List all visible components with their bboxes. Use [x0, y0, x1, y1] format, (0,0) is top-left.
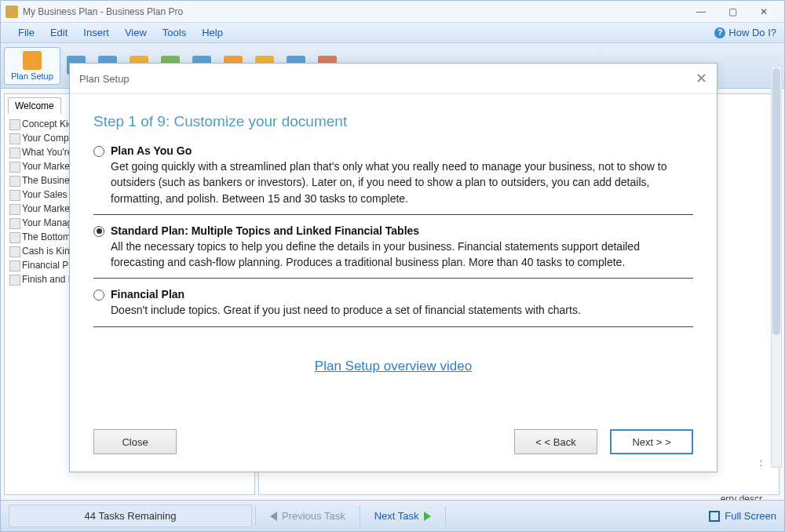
back-button[interactable]: < < Back — [514, 429, 597, 454]
scrollbar[interactable] — [771, 66, 782, 468]
option-plan-as-you-go[interactable]: Plan As You Go Get going quickly with a … — [93, 144, 693, 215]
radio-icon[interactable] — [93, 290, 104, 301]
dialog-body: Step 1 of 9: Customize your document Pla… — [70, 94, 717, 418]
dialog-title: Plan Setup — [79, 73, 130, 85]
full-screen-button[interactable]: Full Screen — [709, 510, 776, 522]
dialog-footer: Close < < Back Next > > — [70, 418, 717, 472]
plan-setup-icon — [23, 51, 42, 70]
close-button[interactable]: Close — [93, 429, 177, 454]
close-window-button[interactable]: ✕ — [748, 3, 780, 20]
radio-icon[interactable] — [93, 146, 104, 157]
scrollbar-thumb[interactable] — [772, 68, 780, 335]
tab-welcome[interactable]: Welcome — [8, 97, 61, 114]
window-title: My Business Plan - Business Plan Pro — [23, 6, 183, 17]
option-standard-plan[interactable]: Standard Plan: Multiple Topics and Linke… — [93, 224, 693, 279]
overview-video-link[interactable]: Plan Setup overview video — [315, 359, 472, 373]
plan-setup-dialog: Plan Setup ✕ Step 1 of 9: Customize your… — [69, 63, 717, 472]
dialog-close-button[interactable]: ✕ — [696, 70, 707, 87]
arrow-right-icon — [424, 512, 431, 521]
next-task-button[interactable]: Next Task — [363, 505, 442, 527]
app-icon — [5, 5, 18, 18]
maximize-button[interactable]: ▢ — [717, 3, 748, 20]
menu-tools[interactable]: Tools — [155, 24, 194, 42]
help-icon: ? — [714, 27, 725, 38]
menu-insert[interactable]: Insert — [75, 24, 117, 42]
previous-task-button[interactable]: Previous Task — [259, 505, 356, 527]
video-link-wrap: Plan Setup overview video — [93, 359, 693, 374]
bottom-bar: 44 Tasks Remaining Previous Task Next Ta… — [1, 500, 784, 531]
menu-help[interactable]: Help — [194, 24, 231, 42]
tasks-remaining[interactable]: 44 Tasks Remaining — [9, 505, 252, 527]
menu-view[interactable]: View — [117, 24, 155, 42]
menu-edit[interactable]: Edit — [42, 24, 75, 42]
arrow-left-icon — [270, 512, 277, 521]
toolbar-plan-setup[interactable]: Plan Setup — [4, 47, 60, 85]
minimize-button[interactable]: — — [685, 3, 717, 20]
how-do-i-link[interactable]: ? How Do I? — [714, 27, 776, 38]
dialog-heading: Step 1 of 9: Customize your document — [93, 113, 693, 130]
next-button[interactable]: Next > > — [610, 429, 693, 454]
menu-file[interactable]: File — [10, 24, 42, 42]
menubar: File Edit Insert View Tools Help ? How D… — [1, 23, 784, 43]
titlebar: My Business Plan - Business Plan Pro — ▢… — [1, 1, 784, 23]
dialog-header: Plan Setup ✕ — [70, 64, 717, 94]
radio-icon[interactable] — [93, 226, 104, 237]
fullscreen-icon — [709, 511, 720, 522]
option-financial-plan[interactable]: Financial Plan Doesn't include topics. G… — [93, 288, 693, 326]
bg-text: erry descr — [721, 494, 762, 495]
